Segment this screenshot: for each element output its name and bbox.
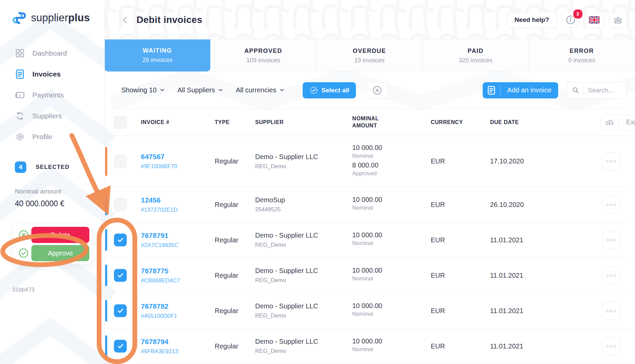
table-row: 7678775 #CB069ED4C7 Regular Demo - Suppl… [104,258,631,293]
select-all-button[interactable]: Select all [303,82,356,98]
tab-error[interactable]: ERROR 0 invoices [529,40,635,71]
invoice-doc-icon [483,86,500,95]
check-icon [118,273,123,278]
status-tabs: WAITING 26 invoices APPROVED 109 invoice… [104,39,635,72]
need-help-button[interactable]: Need help? [507,12,557,28]
row-actions-button[interactable] [602,266,620,284]
suppliers-filter-dropdown[interactable]: All Suppliers [178,86,222,94]
row-checkbox[interactable] [114,304,127,317]
sidebar-item-dashboard[interactable]: Dashboard [0,43,104,64]
row-checkbox[interactable] [114,269,127,282]
invoice-number-link[interactable]: 7678791 [141,232,169,239]
sidebar-item-profile[interactable]: Profile [0,126,104,147]
invoice-hash: #CB069ED4C7 [141,277,215,284]
check-icon [118,344,123,348]
check-icon [118,238,123,242]
showing-dropdown[interactable]: Showing 10 [121,86,164,94]
nominal-amount-label: Nominal amount [15,188,104,195]
invoice-number-link[interactable]: 7678794 [141,338,169,345]
invoice-hash: #2A7C19935C [141,242,215,249]
deselect-all-button[interactable] [366,82,388,98]
brand-logo[interactable]: supplierplus [0,0,104,26]
chevron-left-icon [123,16,127,24]
search-input[interactable] [584,87,627,94]
invoices-icon [15,69,25,79]
bulk-actions-card: Delete Approve [13,224,92,264]
account-button[interactable] [609,12,627,28]
col-type: TYPE [215,119,255,125]
supplier-code: REG_Demo [255,163,352,170]
ellipsis-icon [606,239,609,241]
supplierplus-logo-icon [11,10,27,26]
chevron-down-icon [219,89,222,91]
sidebar-item-invoices[interactable]: Invoices [0,64,104,85]
table-row: 647567 #9F1006BF70 Regular Demo - Suppli… [104,136,631,187]
amount-cell: 10 000.00Nominal [352,337,431,355]
gear-icon [15,132,25,141]
table-body: 647567 #9F1006BF70 Regular Demo - Suppli… [104,136,631,364]
tab-paid[interactable]: PAID 320 invoices [423,40,529,71]
cloud-download-icon [601,119,618,126]
tab-waiting[interactable]: WAITING 26 invoices [104,39,210,71]
row-actions-button[interactable] [602,152,620,171]
amount-label: Approved [352,170,431,177]
row-checkbox[interactable] [114,198,127,211]
export-button[interactable]: Export [601,115,635,130]
sidebar-item-payments[interactable]: € Payments [0,85,104,105]
suppliers-icon [15,112,25,120]
row-actions-button[interactable] [602,302,620,320]
supplier-code: REG_Demo [255,348,352,355]
sidebar-item-label: Profile [32,133,53,141]
row-actions-button[interactable] [602,195,620,214]
delete-button[interactable]: Delete [31,227,89,243]
search-icon [567,87,583,94]
currency: EUR [431,272,490,279]
invoice-number-link[interactable]: 7678782 [141,302,169,310]
notification-count-badge: 2 [572,8,583,20]
nominal-amount-summary: Nominal amount 40 000.0000 € [15,188,104,208]
row-accent-bar [105,335,107,357]
sidebar-item-suppliers[interactable]: Suppliers [0,105,104,126]
invoice-number-link[interactable]: 647567 [141,153,164,160]
amount-value: 10 000.00 [352,302,431,310]
language-button[interactable] [584,12,604,28]
invoice-type: Regular [215,272,255,279]
row-checkbox[interactable] [114,234,127,246]
bulk-delete-row: Delete [16,227,89,243]
add-invoice-button[interactable]: Add an invoice [483,82,558,98]
supplier-name: Demo - Supplier LLC [255,302,352,310]
row-checkbox[interactable] [114,155,127,168]
selected-label: SELECTED [36,164,69,171]
invoice-hash: #1372702E1D [141,207,215,213]
currencies-filter-dropdown[interactable]: All currencies [236,86,284,94]
amount-cell: 10 000.00Nominal [352,267,431,284]
tab-approved[interactable]: APPROVED 109 invoices [210,40,316,71]
supplier-name: DemoSup [255,196,352,204]
nominal-amount-value: 40 000.0000 € [15,199,104,208]
approve-button[interactable]: Approve [31,245,89,261]
amount-cell: 10 000.00Nominal [352,231,431,249]
invoice-hash: #6FBA3E9213 [141,348,215,355]
col-supplier: SUPPLIER [255,119,352,125]
ellipsis-icon [606,204,609,206]
sidebar-item-label: Invoices [32,70,61,78]
row-actions-button[interactable] [602,231,620,249]
tab-overdue[interactable]: OVERDUE 19 invoices [316,40,423,71]
amount-label: Nominal [352,346,431,353]
col-due-date: DUE DATE [490,119,601,125]
currency: EUR [431,236,490,244]
row-actions-button[interactable] [602,337,620,355]
invoice-number-link[interactable]: 7678775 [141,267,169,275]
notifications-button[interactable]: 2 [562,12,580,28]
bulk-approve-row: Approve [16,245,89,261]
back-button[interactable] [121,15,128,25]
amount-value: 10 000.00 [352,196,431,204]
select-all-checkbox[interactable] [114,116,127,129]
row-checkbox[interactable] [114,340,127,353]
chevron-down-icon [280,89,284,91]
invoice-number-link[interactable]: 12456 [141,196,160,204]
page-header: Debit invoices Need help? 2 [104,0,635,39]
filters-toolbar: Showing 10 All Suppliers All currencies … [104,72,635,109]
circle-x-icon [372,86,382,95]
supplier-name: Demo - Supplier LLC [255,232,352,239]
